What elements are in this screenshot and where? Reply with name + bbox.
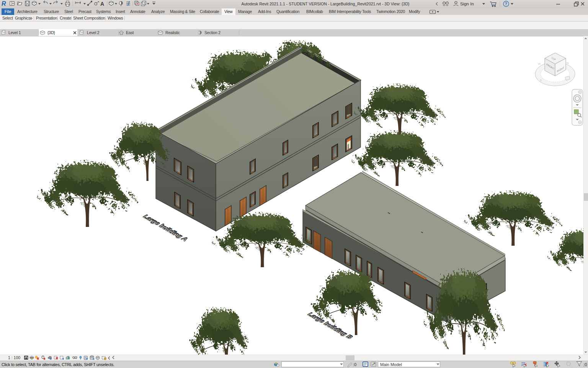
svg-text::0: :0 bbox=[353, 362, 356, 367]
svg-text:Sign In: Sign In bbox=[460, 2, 474, 6]
svg-text:S: S bbox=[540, 79, 542, 82]
svg-text:R: R bbox=[2, 0, 6, 7]
svg-text:?: ? bbox=[505, 2, 507, 6]
svg-text:1 : 100: 1 : 100 bbox=[8, 355, 20, 360]
svg-text:Main Model: Main Model bbox=[380, 362, 402, 367]
svg-text:W: W bbox=[538, 62, 541, 66]
svg-text:N: N bbox=[567, 61, 568, 65]
